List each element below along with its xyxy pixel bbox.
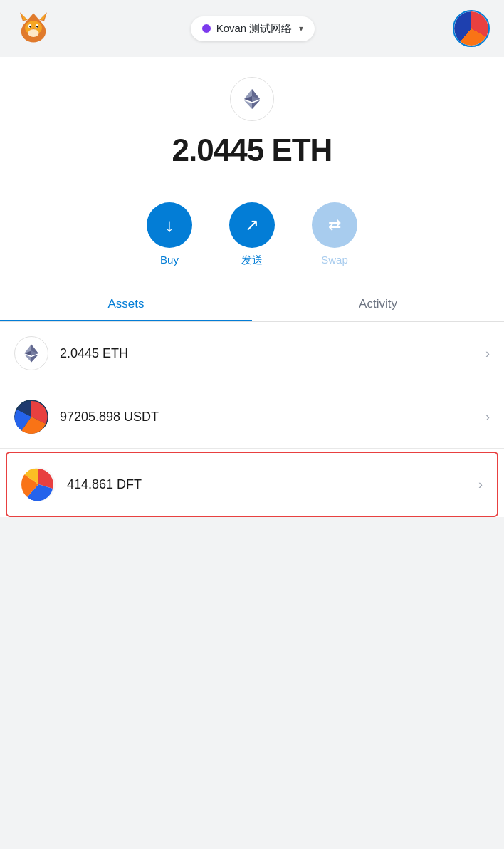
asset-item-usdt[interactable]: 97205.898 USDT › [0,385,504,449]
main-content: 2.0445 ETH ↓ Buy ↗ 发送 ⇄ Swap Assets A [0,57,504,517]
svg-point-12 [28,29,38,37]
chevron-down-icon: ▾ [299,24,303,33]
avatar-graphic [454,11,488,46]
eth-row-chevron: › [485,346,490,361]
asset-list: 2.0445 ETH › 97205.898 USDT › [0,322,504,517]
usdt-balance-label: 97205.898 USDT [60,410,485,424]
usdt-token-icon [14,400,48,434]
usdt-row-chevron: › [485,410,490,424]
svg-marker-22 [31,355,38,363]
tab-bar: Assets Activity [0,287,504,322]
network-status-dot [202,24,211,33]
buy-label: Buy [160,254,179,266]
buy-button[interactable]: ↓ Buy [147,202,192,267]
network-name-label: Kovan 测试网络 [216,22,293,36]
send-btn-circle: ↗ [229,202,275,248]
eth-balance-label: 2.0445 ETH [60,346,485,361]
dft-balance-label: 414.861 DFT [67,477,478,492]
dft-icon-graphic [21,467,56,501]
swap-label: Swap [321,254,348,266]
usdt-icon-graphic [14,400,48,434]
buy-btn-circle: ↓ [147,202,192,248]
network-selector[interactable]: Kovan 测试网络 ▾ [191,16,315,41]
eth-icon-small [20,342,43,365]
tab-assets[interactable]: Assets [0,287,252,321]
svg-point-9 [29,26,31,28]
eth-token-icon [14,336,48,370]
dft-token-icon [21,467,56,501]
account-avatar[interactable] [453,10,490,47]
send-label: 发送 [241,254,263,267]
balance-display: 2.0445 ETH [172,132,332,168]
actions-row: ↓ Buy ↗ 发送 ⇄ Swap [0,185,504,287]
tab-activity[interactable]: Activity [252,287,504,321]
metamask-logo [14,9,53,48]
header: Kovan 测试网络 ▾ [0,0,504,57]
svg-marker-16 [252,100,260,109]
swap-button[interactable]: ⇄ Swap [312,202,357,267]
swap-btn-circle: ⇄ [312,202,357,248]
ethereum-icon [239,86,265,112]
svg-point-10 [36,26,38,28]
asset-item-eth[interactable]: 2.0445 ETH › [0,322,504,385]
dft-row-chevron: › [478,477,483,492]
balance-section: 2.0445 ETH [0,57,504,185]
swap-icon: ⇄ [328,216,341,234]
download-icon: ↓ [165,214,174,236]
send-arrow-icon: ↗ [245,215,259,235]
asset-item-dft[interactable]: 414.861 DFT › [6,452,498,517]
eth-logo-circle [230,77,274,121]
send-button[interactable]: ↗ 发送 [229,202,275,267]
